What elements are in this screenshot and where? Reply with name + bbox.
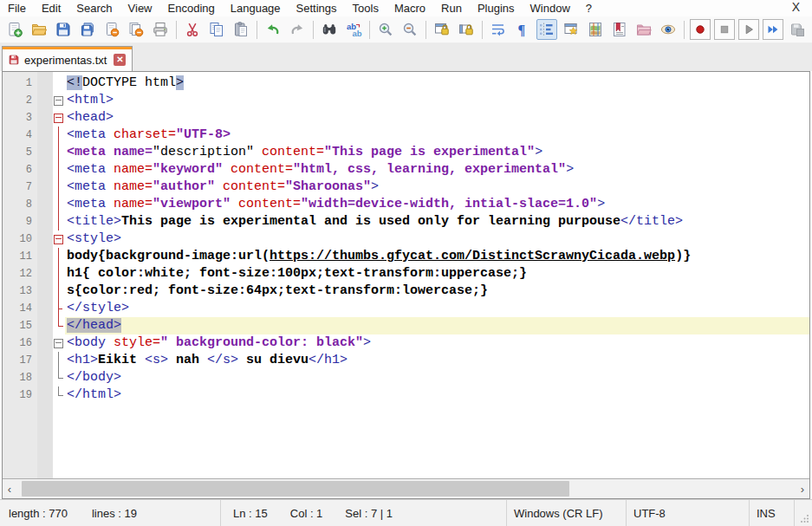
fold-cell[interactable] — [53, 231, 65, 248]
menu-item-encoding[interactable]: Encoding — [160, 1, 223, 16]
bookmark-cell[interactable] — [37, 317, 53, 334]
bookmark-cell[interactable] — [37, 265, 53, 282]
window-close-button[interactable]: X — [787, 0, 805, 14]
status-typing-mode[interactable]: INS — [750, 500, 795, 526]
word-wrap-icon[interactable] — [488, 19, 509, 40]
bookmark-cell[interactable] — [37, 213, 53, 231]
bookmark-cell[interactable] — [37, 334, 53, 352]
bookmark-cell[interactable] — [37, 300, 53, 317]
folder-as-workspace-icon[interactable] — [633, 19, 654, 40]
menu-item-edit[interactable]: Edit — [34, 1, 68, 16]
bookmark-cell[interactable] — [37, 386, 53, 404]
fold-cell — [53, 282, 65, 300]
bookmark-cell[interactable] — [37, 248, 53, 265]
tab-close-icon[interactable]: ✕ — [114, 54, 126, 66]
monitoring-icon[interactable] — [658, 19, 679, 40]
code-token: > — [597, 197, 605, 211]
bookmark-cell[interactable] — [37, 282, 53, 300]
show-all-characters-icon[interactable]: ¶ — [512, 19, 533, 40]
bookmark-cell[interactable] — [37, 369, 53, 386]
close-all-docs-icon[interactable] — [126, 19, 146, 40]
menu-item-settings[interactable]: Settings — [289, 1, 345, 16]
new-file-icon[interactable] — [4, 19, 25, 40]
fold-marker-box[interactable] — [54, 339, 63, 348]
tab-label: experimentas.txt — [24, 54, 107, 67]
menu-item-tools[interactable]: Tools — [345, 1, 387, 16]
code-line: 10<style> — [3, 231, 809, 248]
sync-scroll-vertical-icon[interactable] — [432, 19, 452, 40]
macro-save-icon[interactable] — [787, 19, 808, 40]
find-icon[interactable] — [319, 19, 340, 40]
save-all-icon[interactable] — [77, 19, 98, 40]
menu-bar: FileEditSearchViewEncodingLanguageSettin… — [0, 0, 812, 16]
document-map-icon[interactable] — [585, 19, 606, 40]
zoom-in-icon[interactable] — [375, 19, 396, 40]
scroll-right-arrow-icon[interactable]: › — [796, 479, 809, 498]
bookmark-cell[interactable] — [37, 127, 53, 144]
bookmark-cell[interactable] — [37, 231, 53, 248]
zoom-out-icon[interactable] — [400, 19, 420, 40]
fold-cell[interactable] — [53, 92, 65, 109]
code-line: 17<h1>Eikit <s> nah </s> su dievu</h1> — [3, 352, 809, 369]
toolbar-separator — [482, 21, 483, 39]
bookmark-cell[interactable] — [37, 92, 53, 109]
scrollbar-thumb[interactable] — [22, 481, 569, 497]
scroll-left-arrow-icon[interactable]: ‹ — [3, 479, 16, 498]
fold-marker-box[interactable] — [54, 96, 63, 106]
resize-grip-icon[interactable] — [801, 514, 809, 523]
bookmark-cell[interactable] — [37, 161, 53, 179]
code-token: </h1> — [309, 353, 348, 367]
menu-item-search[interactable]: Search — [68, 1, 120, 16]
code-token: </s> — [207, 353, 238, 367]
menu-item-run[interactable]: Run — [433, 1, 470, 16]
line-number: 9 — [3, 213, 37, 231]
function-list-icon[interactable] — [609, 19, 630, 40]
status-encoding[interactable]: UTF-8 — [627, 500, 750, 526]
fold-marker-box[interactable] — [54, 235, 63, 244]
menu-item-help[interactable]: ? — [578, 1, 600, 16]
code-token: )} — [675, 249, 691, 263]
replace-icon[interactable]: abab — [343, 19, 364, 40]
bookmark-cell[interactable] — [37, 75, 53, 92]
fold-marker-v — [53, 144, 65, 161]
macro-play-icon[interactable] — [738, 19, 759, 40]
fold-cell[interactable] — [53, 334, 65, 352]
horizontal-scrollbar[interactable]: ‹ › — [3, 478, 809, 498]
fold-marker-v — [53, 265, 65, 282]
menu-item-macro[interactable]: Macro — [387, 1, 433, 16]
menu-item-plugins[interactable]: Plugins — [470, 1, 523, 16]
copy-icon[interactable] — [206, 19, 227, 40]
bookmark-cell[interactable] — [37, 196, 53, 213]
menu-item-file[interactable]: File — [0, 1, 34, 16]
bookmark-cell[interactable] — [37, 109, 53, 127]
bookmark-cell[interactable] — [37, 352, 53, 369]
code-area[interactable]: 1<!DOCTYPE html>2<html>3<head>4<meta cha… — [3, 72, 809, 478]
undo-icon[interactable] — [263, 19, 283, 40]
close-doc-icon[interactable] — [101, 19, 122, 40]
menu-item-language[interactable]: Language — [223, 1, 289, 16]
menu-item-view[interactable]: View — [120, 1, 160, 16]
macro-record-icon[interactable] — [690, 19, 711, 40]
fold-cell[interactable] — [53, 109, 65, 127]
sync-scroll-horizontal-icon[interactable] — [456, 19, 477, 40]
bookmark-cell[interactable] — [37, 144, 53, 161]
line-number: 8 — [3, 196, 37, 213]
bookmark-cell[interactable] — [37, 179, 53, 196]
cut-icon[interactable] — [182, 19, 203, 40]
macro-run-multiple-icon[interactable] — [763, 19, 783, 40]
menu-item-window[interactable]: Window — [523, 1, 578, 16]
code-token: content= — [223, 162, 293, 177]
tab-experimentas[interactable]: experimentas.txt ✕ — [2, 48, 133, 71]
save-icon[interactable] — [53, 19, 74, 40]
indent-guide-icon[interactable] — [536, 19, 557, 40]
print-icon[interactable] — [150, 19, 171, 40]
open-folder-icon[interactable] — [29, 19, 49, 40]
code-token: content= — [215, 179, 285, 194]
paste-icon[interactable] — [231, 19, 251, 40]
line-number: 2 — [3, 92, 37, 109]
status-eol-format[interactable]: Windows (CR LF) — [507, 500, 627, 526]
fold-marker-box[interactable] — [54, 114, 63, 123]
redo-icon[interactable] — [287, 19, 308, 40]
user-defined-dialog-icon[interactable] — [561, 19, 581, 40]
macro-stop-icon[interactable] — [714, 19, 735, 40]
